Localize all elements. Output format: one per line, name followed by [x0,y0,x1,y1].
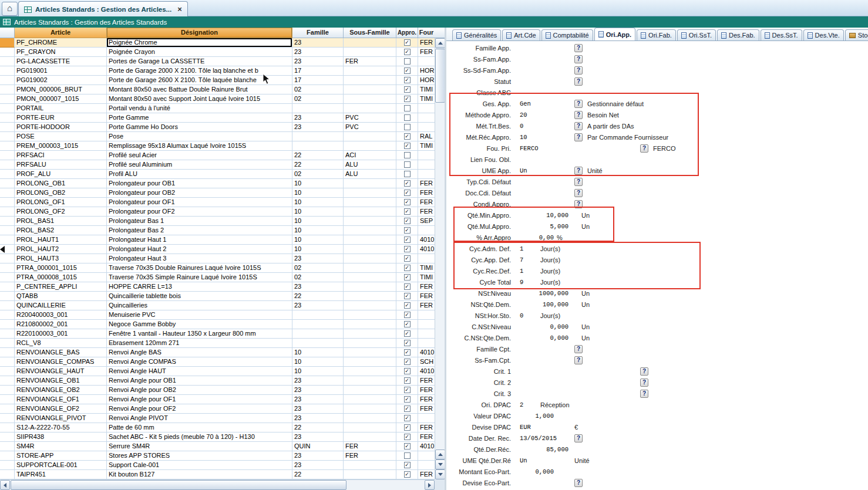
cell-fournisseur[interactable] [418,254,435,263]
table-row[interactable]: PROLONG_OB1Prolongateur pour OB110✓FER [0,179,435,188]
cell-sous-famille[interactable]: ACI [344,151,396,160]
scroll-down-button[interactable] [435,469,445,479]
appro-checkbox[interactable]: ✓ [404,368,411,374]
lookup-button[interactable]: ? [574,111,583,119]
tab-ori-app[interactable]: Ori.App. [594,28,635,40]
cell-designation[interactable]: Traverse 70x35 Double Rainures Laqué Ivo… [107,263,292,273]
cell-fournisseur[interactable]: TIMI [418,273,435,282]
cell-article[interactable]: PTRA_000008_1015 [15,273,107,282]
cell-sous-famille[interactable] [344,339,396,348]
row-selector[interactable] [0,273,15,282]
field-value[interactable]: 7 [520,255,523,265]
cell-article[interactable]: POSE [15,132,107,141]
cell-fournisseur[interactable]: TIMI [418,85,435,94]
cell-appro[interactable]: ✓ [396,141,418,151]
cell-article[interactable]: PORTAIL [15,104,107,113]
row-selector[interactable] [0,282,15,292]
cell-sous-famille[interactable]: ALU [344,160,396,170]
cell-fournisseur[interactable]: FER [418,282,435,292]
cell-sous-famille[interactable] [344,76,396,85]
cell-article[interactable]: R220100003_001 [15,329,107,339]
cell-article[interactable]: PORTE-HODOOR [15,123,107,132]
cell-article[interactable]: PROL_HAUT3 [15,254,107,263]
cell-sous-famille[interactable]: FER [344,57,396,66]
cell-article[interactable]: PTRA_000001_1015 [15,263,107,273]
cell-fournisseur[interactable]: SEP [418,217,435,226]
row-selector[interactable] [0,38,15,48]
cell-designation[interactable]: Montant 80x50 avec Battue Double Rainure… [107,85,292,94]
field-value[interactable]: 10 [520,133,527,142]
cell-fournisseur[interactable]: TIMI [418,141,435,151]
table-row[interactable]: PROL_BAS2Prolongateur Bas 210✓ [0,226,435,235]
scroll-up-button[interactable] [435,38,445,48]
appro-checkbox[interactable]: ✓ [404,349,411,356]
row-selector[interactable] [0,470,15,479]
cell-article[interactable]: PMON_000007_1015 [15,94,107,104]
cell-article[interactable]: QTABB [15,292,107,301]
cell-famille[interactable]: 10 [292,198,344,207]
cell-appro[interactable]: ✓ [396,301,418,310]
table-row[interactable]: PROL_BAS1Prolongateur Bas 110✓SEP [0,217,435,226]
row-selector[interactable] [0,376,15,386]
appro-checkbox[interactable] [404,452,411,459]
table-row[interactable]: PTRA_000008_1015Traverse 70x35 Simple Ra… [0,273,435,282]
lookup-button[interactable]: ? [574,178,583,186]
cell-famille[interactable]: 10 [292,179,344,188]
cell-sous-famille[interactable] [344,48,396,57]
lookup-button[interactable]: ? [574,122,583,130]
cell-article[interactable]: RENVOIANGLE_OF1 [15,395,107,404]
cell-sous-famille[interactable] [344,282,396,292]
table-row[interactable]: PROF_ALUProfil ALU02ALU [0,170,435,179]
appro-checkbox[interactable]: ✓ [404,359,411,365]
appro-checkbox[interactable] [404,171,411,177]
column-header-appro[interactable]: Appro. [396,28,418,38]
row-selector[interactable] [0,188,15,198]
cell-article[interactable]: PF_CRAYON [15,48,107,57]
lookup-button[interactable]: ? [574,44,583,52]
cell-appro[interactable]: ✓ [396,423,418,432]
cell-famille[interactable]: 23 [292,395,344,404]
cell-sous-famille[interactable] [344,404,396,414]
lookup-button[interactable]: ? [574,167,583,175]
cell-article[interactable]: RCL_V8 [15,339,107,348]
appro-checkbox[interactable] [404,152,411,158]
tab-art-cde[interactable]: Art.Cde [502,29,540,40]
cell-appro[interactable]: ✓ [396,188,418,198]
cell-sous-famille[interactable] [344,301,396,310]
lookup-button[interactable]: ? [640,367,648,376]
appro-checkbox[interactable]: ✓ [404,255,411,262]
table-row[interactable]: R210800002_001Negoce Gamme Bobby✓ [0,320,435,329]
row-selector[interactable] [0,451,15,461]
row-selector[interactable] [0,132,15,141]
row-selector[interactable] [0,66,15,76]
cell-sous-famille[interactable] [344,38,396,48]
cell-fournisseur[interactable] [418,123,435,132]
appro-checkbox[interactable]: ✓ [404,274,411,281]
cell-designation[interactable]: Prolongateur Haut 2 [107,245,292,254]
cell-appro[interactable]: ✓ [396,245,418,254]
appro-checkbox[interactable] [404,105,411,111]
cell-article[interactable]: QUINCAILLERIE [15,301,107,310]
column-header-sous-famille[interactable]: Sous-Famille [344,28,396,38]
appro-checkbox[interactable] [404,58,411,65]
appro-checkbox[interactable]: ✓ [404,387,411,393]
cell-appro[interactable]: ✓ [396,310,418,320]
cell-designation[interactable]: Prolongateur pour OF1 [107,198,292,207]
cell-appro[interactable]: ✓ [396,395,418,404]
cell-fournisseur[interactable]: FER [418,38,435,48]
table-row[interactable]: POSEPose✓RAL [0,132,435,141]
appro-checkbox[interactable]: ✓ [404,143,411,149]
table-row[interactable]: PG019002Porte de Garage 2600 X 2100. Tôl… [0,76,435,85]
cell-appro[interactable]: ✓ [396,94,418,104]
column-header-article[interactable]: Article [15,28,107,38]
cell-famille[interactable]: 23 [292,48,344,57]
scroll-down-button-secondary[interactable] [435,459,445,469]
row-selector[interactable] [0,414,15,423]
cell-designation[interactable]: Renvoi Angle COMPAS [107,357,292,367]
cell-famille[interactable]: 22 [292,292,344,301]
table-row[interactable]: RENVOIANGLE_PIVOTRenvoi Angle PIVOT23✓ [0,414,435,423]
cell-article[interactable]: PROL_BAS2 [15,226,107,235]
scroll-up-button-secondary[interactable] [435,450,445,459]
cell-fournisseur[interactable]: 4010 [418,245,435,254]
cell-designation[interactable]: Prolongateur pour OF2 [107,207,292,217]
